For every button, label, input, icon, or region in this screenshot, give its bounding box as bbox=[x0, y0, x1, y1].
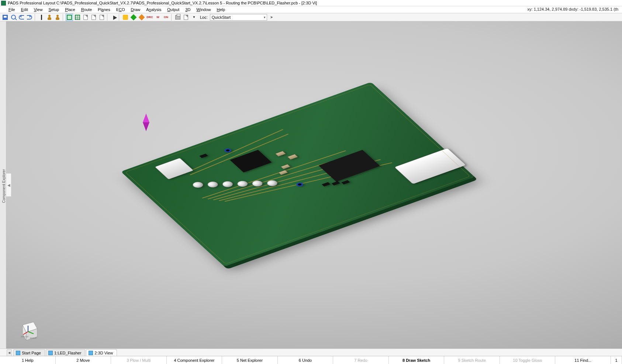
menu-file[interactable]: File bbox=[6, 7, 18, 13]
go-icon: ➤ bbox=[270, 15, 273, 19]
fkey-2-move[interactable]: 2 Move bbox=[56, 356, 111, 364]
grid-button[interactable] bbox=[74, 14, 81, 21]
fkey-5-net-explorer[interactable]: 5 Net Explorer bbox=[222, 356, 278, 364]
drc-on-button[interactable]: ON bbox=[162, 14, 170, 21]
capacitor-3d bbox=[287, 154, 298, 160]
menu-eco[interactable]: ECO bbox=[113, 7, 128, 13]
component-explorer-tab[interactable]: Component Explorer bbox=[0, 21, 6, 349]
copy-button[interactable] bbox=[82, 14, 89, 21]
fkey-4-component-explorer[interactable]: 4 Component Explorer bbox=[167, 356, 222, 364]
axis-orientation-cube-icon[interactable]: FRONT RIGHT bbox=[15, 318, 41, 343]
led-3d bbox=[205, 181, 220, 189]
drc-off-button[interactable]: DRC bbox=[146, 14, 153, 21]
highlight-button[interactable] bbox=[122, 14, 129, 21]
menu-setup[interactable]: Setup bbox=[45, 7, 62, 13]
tab-led-flasher[interactable]: 1:LED_Flasher bbox=[46, 349, 85, 356]
redo-button[interactable] bbox=[26, 14, 33, 21]
fkey-9-sketch-route[interactable]: 9 Sketch Route bbox=[444, 356, 500, 364]
find-button[interactable] bbox=[10, 14, 17, 21]
toolbar-separator bbox=[107, 14, 108, 21]
pick-icon bbox=[41, 15, 42, 20]
led-3d bbox=[235, 180, 250, 188]
main-toolbar: DRC W ON ▼ Loc: QuickStart ➤ bbox=[0, 13, 622, 21]
pointer-button[interactable] bbox=[110, 14, 117, 21]
save-button[interactable] bbox=[1, 14, 9, 21]
align-left-button[interactable] bbox=[90, 14, 97, 21]
menu-output[interactable]: Output bbox=[164, 7, 182, 13]
menu-analysis[interactable]: Analysis bbox=[143, 7, 164, 13]
fkey-6-undo[interactable]: 6 Undo bbox=[278, 356, 334, 364]
drc-warn2-button[interactable]: W bbox=[154, 14, 162, 21]
fkey-1-help[interactable]: 1 Help bbox=[0, 356, 56, 364]
menu-place[interactable]: Place bbox=[62, 7, 78, 13]
tab-icon bbox=[89, 351, 93, 355]
menu-route[interactable]: Route bbox=[78, 7, 95, 13]
axis-front-label: FRONT bbox=[21, 336, 29, 338]
menu-edit[interactable]: Edit bbox=[18, 7, 31, 13]
document-tab-bar: Start Page 1:LED_Flasher 2:3D View bbox=[0, 349, 622, 356]
ic-soic8-3d bbox=[230, 150, 272, 172]
report-dropdown-button[interactable]: ▼ bbox=[190, 14, 198, 21]
fkey-10-toggle-gloss[interactable]: 10 Toggle Gloss bbox=[500, 356, 556, 364]
workspace: Component Explorer bbox=[0, 21, 622, 349]
part-icon bbox=[47, 15, 52, 20]
chevron-down-icon: ▼ bbox=[193, 15, 196, 19]
drc-pass-button[interactable] bbox=[130, 14, 137, 21]
fkey-7-redo[interactable]: 7 Redo bbox=[333, 356, 389, 364]
undo-button[interactable] bbox=[18, 14, 25, 21]
led-3d bbox=[250, 179, 265, 188]
resistor-3d bbox=[341, 180, 350, 185]
place-part-add-button[interactable] bbox=[54, 14, 61, 21]
menu-planes[interactable]: Planes bbox=[95, 7, 113, 13]
align-right-button[interactable] bbox=[98, 14, 106, 21]
left-expand-flap[interactable] bbox=[6, 173, 11, 197]
menu-3d[interactable]: 3D bbox=[182, 7, 193, 13]
print-button[interactable] bbox=[174, 14, 182, 21]
toolbar-separator bbox=[63, 14, 64, 21]
led-3d bbox=[191, 181, 205, 189]
menu-help[interactable]: Help bbox=[214, 7, 228, 13]
report-button[interactable] bbox=[182, 14, 190, 21]
menu-draw[interactable]: Draw bbox=[128, 7, 144, 13]
tab-start-page[interactable]: Start Page bbox=[13, 349, 45, 356]
resistor-3d bbox=[332, 181, 340, 186]
green-diamond-icon bbox=[131, 14, 137, 20]
location-combo[interactable]: QuickStart bbox=[210, 14, 267, 21]
side-tab-label: Component Explorer bbox=[2, 168, 6, 204]
capacitor-3d bbox=[279, 170, 288, 175]
redo-icon bbox=[27, 15, 32, 20]
grid-icon bbox=[75, 15, 80, 20]
fkey-11-find[interactable]: 11 Find... bbox=[555, 356, 611, 364]
tab-label: 2:3D View bbox=[94, 351, 113, 355]
canvas-3d[interactable]: FRONT RIGHT bbox=[6, 21, 622, 349]
coordinate-readout: xy: 1,124.34, 2,974.89 dxdy: -1,519.83, … bbox=[526, 7, 620, 12]
fkey-3-plow[interactable]: 3 Plow / Multi bbox=[111, 356, 167, 364]
tab-icon bbox=[48, 351, 53, 355]
toolbar-separator bbox=[35, 14, 36, 21]
toolbar-separator bbox=[171, 14, 173, 21]
tab-3d-view[interactable]: 2:3D View bbox=[86, 349, 117, 356]
undo-icon bbox=[19, 15, 24, 20]
menu-view[interactable]: View bbox=[31, 7, 46, 13]
fkey-8-draw-sketch[interactable]: 8 Draw Sketch bbox=[389, 356, 445, 364]
print-icon bbox=[175, 15, 180, 20]
fkey-12-more[interactable]: 1 bbox=[611, 356, 622, 364]
tab-label: 1:LED_Flasher bbox=[54, 351, 81, 355]
menu-window[interactable]: Window bbox=[193, 7, 214, 13]
title-bar: PADS Professional Layout C:\PADS_Profess… bbox=[0, 0, 622, 6]
mounting-hole-icon bbox=[223, 148, 232, 153]
tab-label: Start Page bbox=[22, 351, 41, 355]
function-key-bar: 1 Help 2 Move 3 Plow / Multi 4 Component… bbox=[0, 356, 622, 364]
save-icon bbox=[3, 15, 8, 20]
pick-button[interactable] bbox=[38, 14, 45, 21]
place-part-button[interactable] bbox=[46, 14, 53, 21]
highlight-icon bbox=[123, 15, 128, 20]
drc-warn-button[interactable] bbox=[138, 14, 145, 21]
location-label: Loc: bbox=[200, 15, 208, 20]
location-value: QuickStart bbox=[212, 15, 231, 20]
pointer-icon bbox=[111, 15, 116, 20]
orange-diamond-icon bbox=[139, 14, 145, 20]
location-go-button[interactable]: ➤ bbox=[268, 14, 275, 21]
select-box-button[interactable] bbox=[66, 14, 73, 21]
tab-scroll-left-button[interactable] bbox=[7, 349, 12, 356]
